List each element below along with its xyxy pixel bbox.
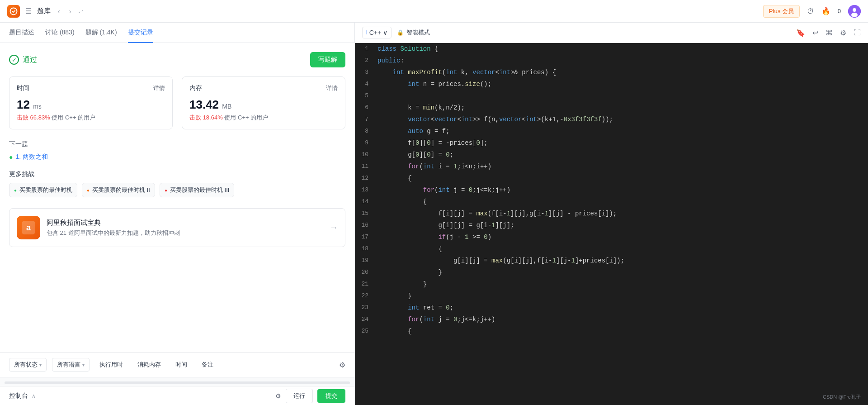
- svg-point-0: [10, 8, 17, 14]
- settings-icon[interactable]: ⚙: [840, 29, 846, 37]
- line-content: g[0][0] = 0;: [377, 149, 868, 161]
- next-question-item[interactable]: ● 1. 两数之和: [9, 153, 48, 161]
- logo[interactable]: [7, 5, 20, 18]
- ad-banner[interactable]: a 阿里秋招面试宝典 包含 21 道阿里面试中的最新力扣题，助力秋招冲刺 →: [9, 208, 345, 247]
- notes-col: 备注: [197, 358, 218, 371]
- tab-description[interactable]: 题目描述: [9, 23, 34, 43]
- memory-unit: MB: [222, 103, 231, 110]
- line-number: 10: [355, 149, 377, 161]
- challenge-dot-2: ●: [87, 188, 90, 193]
- line-content: {: [377, 172, 868, 184]
- menu-icon[interactable]: ☰: [25, 7, 32, 15]
- console-code-icon[interactable]: ⚙: [275, 392, 281, 400]
- line-content: g[i][j] = g[i-1][j];: [377, 219, 868, 231]
- memory-col-label: 消耗内存: [133, 358, 165, 371]
- line-content: g[i][j] = max(g[i][j],f[i-1][j-1]+prices…: [377, 255, 868, 267]
- svg-point-2: [853, 8, 856, 12]
- svg-text:a: a: [26, 223, 31, 232]
- line-number: 18: [355, 243, 377, 255]
- code-line: 20 }: [355, 267, 868, 278]
- line-content: int n = prices.size();: [377, 78, 868, 90]
- left-scroll-content: ✓ 通过 写题解 时间 详情 12 ms: [0, 43, 354, 352]
- line-content: for(int j = 0;j<=k;j++): [377, 314, 868, 325]
- tab-discussion[interactable]: 讨论 (883): [45, 23, 75, 43]
- challenge-tag-2[interactable]: ● 买卖股票的最佳时机 II: [82, 183, 155, 197]
- time-unit: ms: [33, 103, 42, 110]
- memory-header: 内存 详情: [189, 84, 338, 92]
- line-number: 17: [355, 231, 377, 243]
- line-content: class Solution {: [377, 43, 868, 55]
- line-number: 22: [355, 290, 377, 302]
- line-content: }: [377, 267, 868, 278]
- status-filter[interactable]: 所有状态 ▾: [9, 358, 47, 372]
- line-number: 16: [355, 219, 377, 231]
- hotkey-icon[interactable]: ⌘: [826, 29, 833, 37]
- scroll-track[interactable]: [5, 381, 350, 384]
- fullscreen-icon[interactable]: ⛶: [854, 29, 861, 37]
- language-filter[interactable]: 所有语言 ▾: [52, 358, 90, 372]
- pass-label: ✓ 通过: [9, 55, 37, 65]
- watermark: CSDN @Fre孔子: [823, 394, 861, 400]
- tab-solutions[interactable]: 题解 (1.4K): [85, 23, 117, 43]
- console-expand-icon[interactable]: ∧: [32, 393, 36, 399]
- line-content: int ret = 0;: [377, 302, 868, 314]
- line-number: 12: [355, 172, 377, 184]
- fire-icon[interactable]: 🔥: [821, 7, 830, 15]
- line-number: 14: [355, 196, 377, 208]
- ad-text: 阿里秋招面试宝典 包含 21 道阿里面试中的最新力扣题，助力秋招冲刺: [47, 219, 180, 237]
- line-content: }: [377, 290, 868, 302]
- tab-submissions[interactable]: 提交记录: [128, 23, 153, 43]
- code-line: 14 {: [355, 196, 868, 208]
- challenge-dot-3: ●: [165, 188, 167, 193]
- pass-check-icon: ✓: [9, 55, 19, 65]
- console-right: ⚙ 运行 提交: [275, 389, 345, 403]
- plus-member-button[interactable]: Plus 会员: [763, 5, 800, 18]
- right-panel: i C++ ∨ 🔒 智能模式 🔖 ↩ ⌘ ⚙ ⛶ 1class Sol: [355, 23, 868, 405]
- language-chevron: ▾: [82, 362, 85, 367]
- avatar[interactable]: [848, 5, 861, 18]
- code-line: 1class Solution {: [355, 43, 868, 55]
- line-number: 6: [355, 102, 377, 114]
- challenges-section: 更多挑战: [9, 170, 345, 178]
- submit-button[interactable]: 提交: [317, 389, 345, 403]
- right-panel-wrapper: i C++ ∨ 🔒 智能模式 🔖 ↩ ⌘ ⚙ ⛶ 1class Sol: [355, 23, 868, 405]
- run-button[interactable]: 运行: [286, 389, 313, 403]
- line-content: {: [377, 196, 868, 208]
- memory-detail[interactable]: 详情: [326, 84, 338, 92]
- code-line: 17 if(j - 1 >= 0): [355, 231, 868, 243]
- bookmark-icon[interactable]: 🔖: [796, 29, 805, 37]
- code-line: 15 f[i][j] = max(f[i-1][j],g[i-1][j] - p…: [355, 208, 868, 219]
- nav-title: 题库: [37, 7, 51, 15]
- memory-metric-card: 内存 详情 13.42 MB 击败 18.64% 使用 C++ 的用户: [182, 76, 345, 129]
- challenge-tag-3[interactable]: ● 买卖股票的最佳时机 III: [160, 183, 235, 197]
- line-content: {: [377, 243, 868, 255]
- nav-prev-arrow[interactable]: ‹: [56, 7, 62, 16]
- clock-icon[interactable]: ⏱: [807, 7, 814, 15]
- filter-settings-icon[interactable]: ⚙: [339, 361, 345, 369]
- tabs-bar: 题目描述 讨论 (883) 题解 (1.4K) 提交记录: [0, 23, 354, 43]
- time-metric-card: 时间 详情 12 ms 击败 66.83% 使用 C++ 的用户: [9, 76, 173, 129]
- line-number: 13: [355, 184, 377, 196]
- code-line: 4 int n = prices.size();: [355, 78, 868, 90]
- dot-icon: ●: [9, 153, 13, 161]
- code-line: 22 }: [355, 290, 868, 302]
- metrics-row: 时间 详情 12 ms 击败 66.83% 使用 C++ 的用户 内: [9, 76, 345, 129]
- challenge-label-1: 买卖股票的最佳时机: [19, 186, 72, 194]
- code-line: 5: [355, 90, 868, 102]
- next-question-label: 1. 两数之和: [15, 153, 48, 161]
- smart-mode: 🔒 智能模式: [397, 29, 430, 37]
- undo-icon[interactable]: ↩: [812, 29, 818, 37]
- code-editor[interactable]: 1class Solution {2public:3 int maxProfit…: [355, 43, 868, 405]
- language-selector[interactable]: i C++ ∨: [362, 27, 392, 38]
- code-line: 16 g[i][j] = g[i-1][j];: [355, 219, 868, 231]
- shuffle-icon[interactable]: ⇌: [78, 8, 84, 15]
- nav-next-arrow[interactable]: ›: [67, 7, 73, 16]
- challenges-row: ● 买卖股票的最佳时机 ● 买卖股票的最佳时机 II ● 买卖股票的最佳时机 I…: [9, 183, 345, 197]
- lang-arrow-icon: ∨: [383, 29, 387, 36]
- line-number: 23: [355, 302, 377, 314]
- write-solution-button[interactable]: 写题解: [310, 52, 345, 67]
- challenge-tag-1[interactable]: ● 买卖股票的最佳时机: [9, 183, 77, 197]
- time-detail[interactable]: 详情: [153, 84, 165, 92]
- line-content: }: [377, 278, 868, 290]
- code-line: 3 int maxProfit(int k, vector<int>& pric…: [355, 67, 868, 78]
